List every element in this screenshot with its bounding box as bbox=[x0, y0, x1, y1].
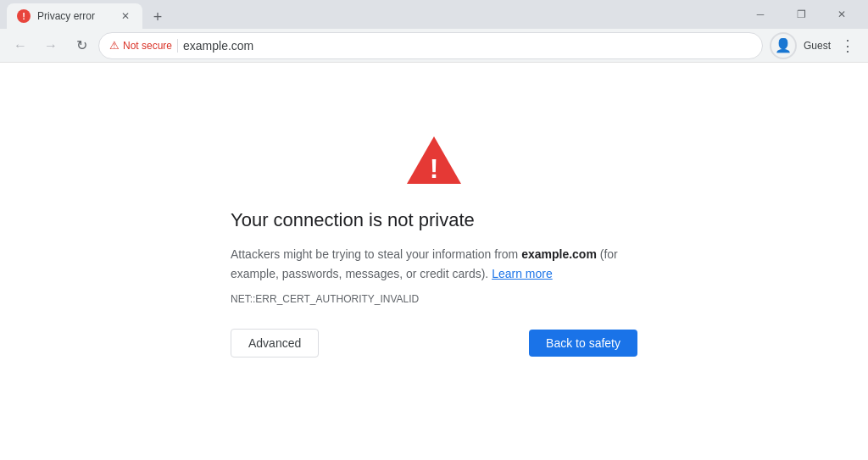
menu-icon: ⋮ bbox=[840, 36, 855, 55]
warning-triangle-icon: ! bbox=[403, 131, 465, 192]
tab-title: Privacy error bbox=[37, 10, 112, 22]
address-bar[interactable]: ⚠ Not secure example.com bbox=[98, 32, 763, 59]
profile-name: Guest bbox=[804, 40, 831, 52]
browser-menu-button[interactable]: ⋮ bbox=[834, 32, 861, 59]
error-code: NET::ERR_CERT_AUTHORITY_INVALID bbox=[231, 293, 419, 305]
close-button[interactable]: ✕ bbox=[822, 1, 861, 28]
page-content: ! Your connection is not private Attacke… bbox=[0, 63, 868, 460]
back-button[interactable]: ← bbox=[7, 32, 34, 59]
active-tab[interactable]: Privacy error ✕ bbox=[7, 3, 142, 29]
window-controls: ─ ❐ ✕ bbox=[741, 1, 861, 28]
warning-icon: ⚠ bbox=[109, 39, 120, 52]
title-bar: Privacy error ✕ + ─ ❐ ✕ bbox=[0, 0, 868, 29]
error-heading: Your connection is not private bbox=[231, 209, 475, 231]
minimize-button[interactable]: ─ bbox=[741, 1, 780, 28]
profile-icon: 👤 bbox=[775, 37, 792, 53]
not-secure-label: Not secure bbox=[123, 40, 172, 52]
site-name: example.com bbox=[521, 247, 597, 261]
error-container: ! Your connection is not private Attacke… bbox=[231, 131, 637, 357]
learn-more-link[interactable]: Learn more bbox=[492, 267, 553, 280]
tab-strip: Privacy error ✕ + bbox=[7, 0, 741, 29]
maximize-button[interactable]: ❐ bbox=[782, 1, 821, 28]
button-row: Advanced Back to safety bbox=[231, 329, 637, 357]
tab-favicon bbox=[17, 9, 31, 23]
not-secure-indicator: ⚠ Not secure bbox=[109, 39, 172, 52]
navigation-bar: ← → ↻ ⚠ Not secure example.com 👤 Guest ⋮ bbox=[0, 29, 868, 63]
description-start: Attackers might be trying to steal your … bbox=[231, 247, 521, 261]
tab-close-button[interactable]: ✕ bbox=[119, 9, 132, 23]
advanced-button[interactable]: Advanced bbox=[231, 329, 319, 357]
address-text: example.com bbox=[183, 39, 253, 53]
new-tab-button[interactable]: + bbox=[146, 5, 170, 29]
address-divider bbox=[177, 39, 178, 53]
reload-button[interactable]: ↻ bbox=[68, 32, 95, 59]
profile-button[interactable]: 👤 bbox=[770, 32, 797, 59]
svg-text:!: ! bbox=[430, 153, 439, 184]
forward-button[interactable]: → bbox=[37, 32, 64, 59]
error-description: Attackers might be trying to steal your … bbox=[231, 245, 637, 283]
back-to-safety-button[interactable]: Back to safety bbox=[529, 330, 637, 357]
